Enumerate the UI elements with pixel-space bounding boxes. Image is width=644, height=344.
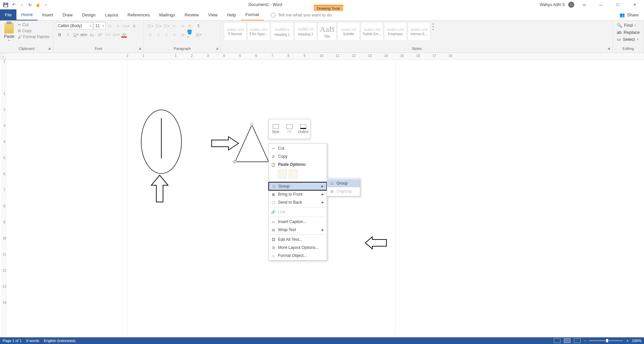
font-color-button[interactable]: A▾ bbox=[120, 31, 128, 38]
ctx-bring-front[interactable]: ▣Bring to Front▶ bbox=[269, 190, 327, 198]
ctx-more-layout[interactable]: ⊞More Layout Options... bbox=[269, 244, 327, 252]
tab-insert[interactable]: Insert bbox=[38, 9, 58, 20]
mini-style[interactable]: Style bbox=[269, 119, 282, 139]
style-subtitle[interactable]: AaBbCcDSubtitle bbox=[337, 22, 360, 41]
page-status[interactable]: Page 1 of 1 bbox=[3, 339, 21, 343]
show-marks-icon[interactable]: ¶ bbox=[195, 22, 202, 29]
tab-help[interactable]: Help bbox=[222, 9, 241, 20]
paragraph-launcher[interactable]: ◢ bbox=[216, 47, 218, 50]
shape-oval[interactable] bbox=[140, 108, 183, 175]
ctx-send-back[interactable]: ▢Send to Back▶ bbox=[269, 198, 327, 206]
tab-references[interactable]: References bbox=[123, 9, 154, 20]
minimize-icon[interactable]: — bbox=[594, 0, 608, 9]
tab-draw[interactable]: Draw bbox=[58, 9, 77, 20]
ctx-insert-caption[interactable]: ▭Insert Caption... bbox=[269, 218, 327, 226]
styles-gallery[interactable]: AaBbCcDd¶ Normal AaBbCcDd¶ No Spac... Aa… bbox=[224, 22, 430, 41]
tab-view[interactable]: View bbox=[204, 9, 222, 20]
mini-toolbar[interactable]: Style Fill Outline bbox=[268, 119, 311, 139]
align-right-icon[interactable]: ≡ bbox=[163, 31, 170, 38]
tab-selector[interactable]: L bbox=[1, 54, 6, 59]
borders-icon[interactable]: ▦▾ bbox=[195, 31, 202, 38]
styles-scroll-up[interactable]: ▴ bbox=[432, 22, 434, 25]
word-count[interactable]: 0 words bbox=[26, 339, 39, 343]
close-icon[interactable]: ✕ bbox=[628, 0, 641, 9]
save-icon[interactable]: 💾 bbox=[3, 2, 9, 8]
increase-indent-icon[interactable]: ⇥ bbox=[179, 22, 186, 29]
font-launcher[interactable]: ◢ bbox=[139, 47, 141, 50]
format-painter-button[interactable]: 🖌Format Painter bbox=[17, 34, 50, 40]
zoom-level[interactable]: 100% bbox=[632, 339, 641, 343]
ruler-vertical[interactable]: 11234567891011121314 bbox=[1, 60, 7, 337]
style-emphasis[interactable]: AaBbCcDdEmphasis bbox=[384, 22, 407, 41]
sort-icon[interactable]: A↓ bbox=[187, 22, 194, 29]
print-layout-icon[interactable] bbox=[564, 338, 571, 343]
style-no-spacing[interactable]: AaBbCcDd¶ No Spac... bbox=[247, 22, 270, 41]
qat-customize[interactable]: ▾ bbox=[43, 2, 49, 8]
copy-button[interactable]: ⧉Copy bbox=[17, 28, 50, 33]
tab-design[interactable]: Design bbox=[77, 9, 100, 20]
mini-outline[interactable]: Outline bbox=[297, 119, 310, 139]
read-mode-icon[interactable] bbox=[554, 338, 560, 343]
italic-button[interactable]: I bbox=[64, 31, 71, 38]
clipboard-launcher[interactable]: ◢ bbox=[48, 47, 50, 50]
font-name-select[interactable]: Calibri (Body)▾ bbox=[56, 22, 93, 29]
zoom-slider[interactable] bbox=[589, 340, 623, 341]
user-avatar[interactable] bbox=[568, 2, 574, 8]
ctx-format-object[interactable]: ◇Format Object... bbox=[269, 252, 327, 260]
undo-icon[interactable]: ↶ bbox=[11, 2, 17, 8]
clear-formatting-icon[interactable]: A bbox=[130, 22, 138, 29]
styles-more[interactable]: ▾ bbox=[432, 28, 434, 31]
tab-mailings[interactable]: Mailings bbox=[155, 9, 180, 20]
user-name[interactable]: Wahyu Adhi S bbox=[540, 2, 565, 7]
bold-button[interactable]: B bbox=[56, 31, 63, 38]
tab-file[interactable]: File bbox=[0, 9, 16, 20]
ctx-copy[interactable]: ⧉Copy bbox=[269, 152, 327, 160]
share-button[interactable]: 👥 Share bbox=[620, 9, 644, 20]
ruler-horizontal[interactable]: L 21123456789101112131415161718 bbox=[0, 53, 644, 60]
web-layout-icon[interactable] bbox=[574, 338, 581, 343]
paste-button[interactable]: Paste ▾ bbox=[3, 22, 16, 43]
zoom-in[interactable]: + bbox=[626, 339, 628, 343]
style-intense-em[interactable]: AaBbCcDdIntense E... bbox=[408, 22, 430, 41]
font-size-select[interactable]: 11▾ bbox=[94, 22, 106, 29]
styles-launcher[interactable]: ◢ bbox=[607, 47, 610, 50]
undo-dropdown[interactable]: ▾ bbox=[19, 2, 25, 8]
tab-review[interactable]: Review bbox=[180, 9, 204, 20]
justify-icon[interactable]: ≡ bbox=[171, 31, 178, 38]
touch-mode-icon[interactable]: ☝ bbox=[35, 2, 41, 8]
numbering-icon[interactable]: ☰▾ bbox=[155, 22, 162, 29]
highlight-icon[interactable]: ab▾ bbox=[112, 31, 120, 38]
ctx-cut[interactable]: ✂Cut bbox=[269, 144, 327, 152]
maximize-icon[interactable]: ☐ bbox=[611, 0, 625, 9]
style-heading2[interactable]: AaBbCcEHeading 2 bbox=[294, 22, 317, 41]
multilevel-icon[interactable]: ☰▾ bbox=[163, 22, 170, 29]
zoom-out[interactable]: − bbox=[584, 339, 586, 343]
change-case-icon[interactable]: Aa▾ bbox=[122, 22, 130, 29]
text-effects-icon[interactable]: A▾ bbox=[104, 31, 112, 38]
superscript-button[interactable]: x² bbox=[96, 31, 104, 38]
style-title[interactable]: AaBTitle bbox=[318, 22, 336, 41]
grow-font-icon[interactable]: A bbox=[106, 22, 114, 29]
sub-group[interactable]: ⊡Group bbox=[327, 179, 360, 187]
replace-button[interactable]: abReplace bbox=[615, 29, 641, 36]
style-normal[interactable]: AaBbCcDd¶ Normal bbox=[224, 22, 247, 41]
bullets-icon[interactable]: ☰▾ bbox=[147, 22, 154, 29]
paste-option-2[interactable] bbox=[289, 170, 298, 179]
ribbon-display-icon[interactable]: ▭ bbox=[578, 0, 591, 9]
redo-icon[interactable]: ↻ bbox=[27, 2, 33, 8]
underline-button[interactable]: U▾ bbox=[72, 31, 79, 38]
select-button[interactable]: ▭Select▾ bbox=[615, 36, 641, 43]
tab-home[interactable]: Home bbox=[16, 9, 38, 20]
subscript-button[interactable]: x₂ bbox=[88, 31, 96, 38]
shrink-font-icon[interactable]: A bbox=[114, 22, 122, 29]
tab-format[interactable]: Format bbox=[241, 9, 264, 20]
styles-scroll-down[interactable]: ▾ bbox=[432, 25, 434, 28]
strikethrough-button[interactable]: abc bbox=[80, 31, 88, 38]
style-subtle-em[interactable]: AaBbCcDdSubtle Em... bbox=[361, 22, 383, 41]
ctx-group[interactable]: ⊡Group▶ bbox=[269, 182, 327, 190]
align-left-icon[interactable]: ≡ bbox=[147, 31, 154, 38]
page[interactable] bbox=[127, 60, 396, 337]
find-button[interactable]: 🔍Find▾ bbox=[615, 22, 641, 28]
ctx-wrap-text[interactable]: ▤Wrap Text▶ bbox=[269, 226, 327, 234]
line-spacing-icon[interactable]: ↕▾ bbox=[179, 31, 186, 38]
